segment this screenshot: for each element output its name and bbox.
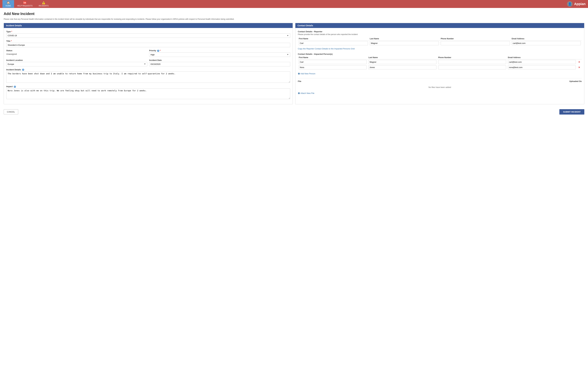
priority-label: Priority ? *	[149, 49, 290, 52]
nav-home-label: HOME	[6, 5, 11, 7]
impacted-1-email[interactable]	[508, 65, 576, 69]
main-grid: Incident Details Type * COVID-19 Flu Oth…	[4, 23, 584, 104]
date-input[interactable]	[149, 62, 290, 66]
impacted-1-phone[interactable]	[438, 65, 506, 69]
status-priority-row: Status Unassigned Priority ? * High Medi…	[6, 49, 290, 59]
nav-bar: 🏠 HOME 🆘 HELP REQUESTS ⚠️ INCIDENTS 👤 Ap…	[0, 0, 588, 8]
remove-impacted-1-button[interactable]: ✕	[578, 66, 581, 69]
date-label: Incident Date	[149, 59, 290, 61]
nav-help-label: HELP REQUESTS	[17, 5, 33, 7]
details-group: Incident Details ? The borders have been…	[6, 68, 290, 83]
nav-incidents[interactable]: ⚠️ INCIDENTS	[35, 0, 52, 8]
reporter-table: First Name Last Name Phone Number Email …	[298, 37, 582, 46]
nav-incidents-label: INCIDENTS	[39, 5, 49, 7]
bottom-bar: CANCEL SUBMIT INCIDENT	[4, 107, 584, 116]
reporter-col-firstname: First Name	[298, 37, 369, 41]
impacted-0-phone[interactable]	[438, 60, 506, 64]
hipaa-notice: Please note that any Personal Health Inf…	[4, 18, 584, 20]
contact-details-body: Contact Details - Reporter Please provid…	[295, 28, 584, 97]
reporter-col-email: Email Address	[511, 37, 582, 41]
no-files-message: No files have been added	[298, 84, 582, 91]
title-input[interactable]	[6, 43, 290, 47]
impacted-0-email[interactable]	[508, 60, 576, 64]
date-group: Incident Date	[149, 59, 290, 66]
impacted-col-phone: Phone Number	[437, 56, 507, 59]
page-title: Add New Incident	[4, 12, 584, 16]
impacted-0-lastname[interactable]	[368, 60, 436, 64]
file-section: File Uploaded On No files have been adde…	[298, 78, 582, 95]
reporter-email-input[interactable]	[512, 41, 581, 45]
impacted-col-firstname: First Name	[298, 56, 367, 59]
title-label: Title *	[6, 40, 290, 42]
incident-details-panel: Incident Details Type * COVID-19 Flu Oth…	[4, 23, 293, 104]
reporter-lastname-input[interactable]	[370, 41, 439, 45]
type-group: Type * COVID-19 Flu Other	[6, 30, 290, 38]
priority-help-icon[interactable]: ?	[157, 50, 159, 52]
impact-label: Impact ?	[6, 85, 290, 88]
home-icon: 🏠	[7, 1, 10, 4]
impacted-table: First Name Last Name Phone Number Email …	[298, 56, 582, 70]
reporter-col-lastname: Last Name	[369, 37, 440, 41]
impact-help-icon[interactable]: ?	[14, 86, 16, 88]
location-date-row: Incident Location Europe North America A…	[6, 59, 290, 68]
add-person-link[interactable]: ⊕ Add New Person	[298, 72, 315, 75]
uploaded-col-label: Uploaded On	[569, 80, 582, 83]
priority-group: Priority ? * High Medium Low	[149, 49, 290, 57]
status-label: Status	[6, 49, 147, 52]
impact-group: Impact ? Nora Jones is also with me on t…	[6, 85, 290, 100]
submit-button[interactable]: SUBMIT INCIDENT	[559, 109, 584, 115]
details-help-icon[interactable]: ?	[22, 69, 24, 71]
brand-name: Appian	[574, 2, 586, 6]
details-label: Incident Details ?	[6, 68, 290, 71]
page-content: Add New Incident Please note that any Pe…	[0, 8, 588, 367]
reporter-col-phone: Phone Number	[440, 37, 511, 41]
impact-textarea[interactable]: Nora Jones is also with me on this trip.…	[6, 88, 290, 99]
file-header: File Uploaded On	[298, 80, 582, 83]
remove-impacted-0-button[interactable]: ✕	[578, 60, 581, 63]
impacted-0-firstname[interactable]	[299, 60, 367, 64]
impacted-col-lastname: Last Name	[367, 56, 437, 59]
reporter-section-title: Contact Details - Reporter	[298, 30, 582, 33]
incident-details-body: Type * COVID-19 Flu Other Title *	[4, 28, 293, 104]
details-textarea[interactable]: The borders have been shut down and I am…	[6, 71, 290, 83]
location-label: Incident Location	[6, 59, 147, 61]
status-value: Unassigned	[6, 52, 147, 56]
incident-details-header: Incident Details	[4, 23, 293, 28]
title-group: Title *	[6, 40, 290, 47]
status-group: Status Unassigned	[6, 49, 147, 57]
location-group: Incident Location Europe North America A…	[6, 59, 147, 66]
help-icon: 🆘	[23, 1, 26, 4]
location-select[interactable]: Europe North America Asia Other	[6, 62, 147, 66]
reporter-firstname-input[interactable]	[299, 41, 368, 45]
nav-help-requests[interactable]: 🆘 HELP REQUESTS	[14, 0, 35, 8]
priority-select[interactable]: High Medium Low	[149, 52, 290, 57]
copy-reporter-link[interactable]: Copy the Reporter Contact Details to the…	[298, 48, 355, 50]
impacted-1-firstname[interactable]	[299, 65, 367, 69]
nav-home[interactable]: 🏠 HOME	[2, 0, 14, 8]
reporter-phone-input[interactable]	[441, 41, 510, 45]
avatar: 👤	[567, 1, 572, 7]
cancel-button[interactable]: CANCEL	[4, 109, 18, 114]
reporter-row	[298, 41, 582, 46]
impacted-1-lastname[interactable]	[368, 65, 436, 69]
type-select[interactable]: COVID-19 Flu Other	[6, 33, 290, 38]
contact-details-header: Contact Details	[295, 23, 584, 28]
impacted-row-1: ✕	[298, 65, 582, 70]
file-col-label: File	[298, 80, 301, 83]
reporter-section-subtitle: Please provide the contact details of th…	[298, 33, 582, 35]
nav-brand: 👤 Appian	[567, 1, 586, 7]
type-label: Type *	[6, 30, 290, 33]
impacted-section-title: Contact Details - Impacted Person(s)	[298, 53, 582, 55]
attach-file-link[interactable]: ⊕ Attach New File	[298, 92, 314, 95]
incidents-icon: ⚠️	[42, 1, 45, 4]
impacted-row-0: ✕	[298, 59, 582, 65]
contact-details-panel: Contact Details Contact Details - Report…	[295, 23, 584, 104]
impacted-col-email: Email Address	[507, 56, 577, 59]
